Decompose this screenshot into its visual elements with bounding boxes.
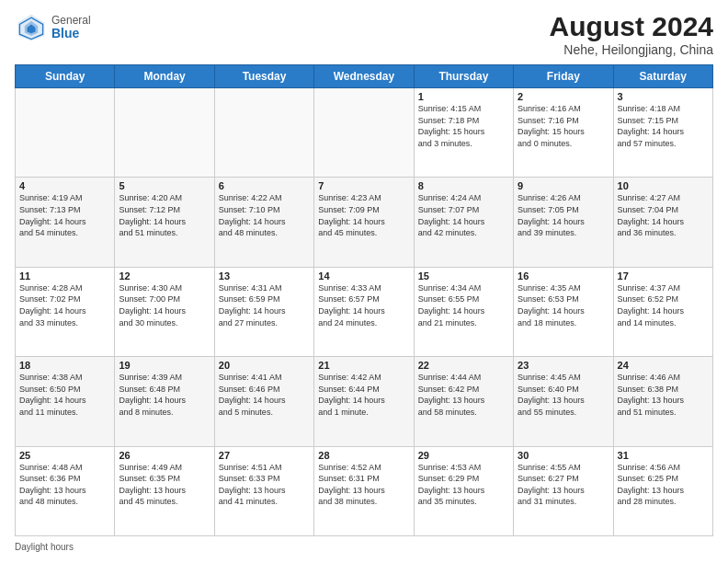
header: General Blue August 2024 Nehe, Heilongji… [15, 11, 713, 57]
calendar-week-row: 4Sunrise: 4:19 AM Sunset: 7:13 PM Daylig… [16, 178, 713, 267]
calendar-cell: 29Sunrise: 4:53 AM Sunset: 6:29 PM Dayli… [414, 446, 513, 535]
page: General Blue August 2024 Nehe, Heilongji… [0, 0, 728, 563]
day-number: 17 [618, 270, 709, 282]
day-number: 26 [119, 450, 210, 461]
calendar-cell: 4Sunrise: 4:19 AM Sunset: 7:13 PM Daylig… [16, 178, 115, 267]
calendar-cell: 26Sunrise: 4:49 AM Sunset: 6:35 PM Dayli… [115, 446, 214, 535]
day-header: Monday [115, 65, 214, 88]
day-number: 14 [318, 270, 409, 282]
calendar-header-row: SundayMondayTuesdayWednesdayThursdayFrid… [16, 65, 713, 88]
day-number: 27 [219, 450, 310, 461]
logo: General Blue [15, 11, 91, 44]
day-info: Sunrise: 4:55 AM Sunset: 6:27 PM Dayligh… [518, 462, 609, 508]
footer: Daylight hours [15, 542, 713, 552]
day-info: Sunrise: 4:19 AM Sunset: 7:13 PM Dayligh… [19, 192, 110, 238]
calendar-cell [314, 88, 414, 178]
calendar-cell: 12Sunrise: 4:30 AM Sunset: 7:00 PM Dayli… [115, 267, 214, 356]
logo-icon [15, 11, 48, 44]
day-number: 13 [219, 270, 310, 282]
day-info: Sunrise: 4:23 AM Sunset: 7:09 PM Dayligh… [318, 192, 409, 238]
day-info: Sunrise: 4:39 AM Sunset: 6:48 PM Dayligh… [119, 372, 210, 418]
calendar-cell: 11Sunrise: 4:28 AM Sunset: 7:02 PM Dayli… [16, 267, 115, 356]
calendar-cell [16, 88, 115, 178]
day-info: Sunrise: 4:53 AM Sunset: 6:29 PM Dayligh… [418, 462, 509, 508]
calendar-cell: 13Sunrise: 4:31 AM Sunset: 6:59 PM Dayli… [214, 267, 313, 356]
footer-text: Daylight hours [15, 542, 74, 552]
calendar-cell: 16Sunrise: 4:35 AM Sunset: 6:53 PM Dayli… [514, 267, 613, 356]
calendar-cell: 21Sunrise: 4:42 AM Sunset: 6:44 PM Dayli… [314, 357, 414, 446]
day-number: 9 [518, 180, 609, 191]
day-number: 29 [418, 450, 509, 461]
calendar-week-row: 25Sunrise: 4:48 AM Sunset: 6:36 PM Dayli… [16, 446, 713, 535]
day-info: Sunrise: 4:52 AM Sunset: 6:31 PM Dayligh… [318, 462, 409, 508]
calendar-cell: 1Sunrise: 4:15 AM Sunset: 7:18 PM Daylig… [414, 88, 513, 178]
day-number: 30 [518, 450, 609, 461]
day-info: Sunrise: 4:22 AM Sunset: 7:10 PM Dayligh… [219, 192, 310, 238]
day-number: 21 [318, 360, 409, 371]
day-info: Sunrise: 4:26 AM Sunset: 7:05 PM Dayligh… [518, 192, 609, 238]
calendar-table: SundayMondayTuesdayWednesdayThursdayFrid… [15, 64, 713, 536]
day-info: Sunrise: 4:27 AM Sunset: 7:04 PM Dayligh… [618, 192, 709, 238]
calendar-cell: 25Sunrise: 4:48 AM Sunset: 6:36 PM Dayli… [16, 446, 115, 535]
calendar-cell: 24Sunrise: 4:46 AM Sunset: 6:38 PM Dayli… [613, 357, 712, 446]
calendar-cell: 8Sunrise: 4:24 AM Sunset: 7:07 PM Daylig… [414, 178, 513, 267]
calendar-cell: 20Sunrise: 4:41 AM Sunset: 6:46 PM Dayli… [214, 357, 313, 446]
calendar-cell: 28Sunrise: 4:52 AM Sunset: 6:31 PM Dayli… [314, 446, 414, 535]
calendar-cell [214, 88, 313, 178]
day-info: Sunrise: 4:41 AM Sunset: 6:46 PM Dayligh… [219, 372, 310, 418]
day-number: 20 [219, 360, 310, 371]
calendar-cell: 17Sunrise: 4:37 AM Sunset: 6:52 PM Dayli… [613, 267, 712, 356]
day-number: 28 [318, 450, 409, 461]
day-number: 8 [418, 180, 509, 191]
calendar-cell: 27Sunrise: 4:51 AM Sunset: 6:33 PM Dayli… [214, 446, 313, 535]
calendar-title: August 2024 [550, 11, 713, 42]
logo-blue: Blue [51, 27, 91, 40]
day-info: Sunrise: 4:51 AM Sunset: 6:33 PM Dayligh… [219, 462, 310, 508]
day-number: 12 [119, 270, 210, 282]
calendar-week-row: 18Sunrise: 4:38 AM Sunset: 6:50 PM Dayli… [16, 357, 713, 446]
day-number: 15 [418, 270, 509, 282]
calendar-cell [115, 88, 214, 178]
day-header: Wednesday [314, 65, 414, 88]
day-number: 11 [19, 270, 110, 282]
day-info: Sunrise: 4:31 AM Sunset: 6:59 PM Dayligh… [219, 282, 310, 328]
day-info: Sunrise: 4:15 AM Sunset: 7:18 PM Dayligh… [418, 103, 509, 149]
day-number: 31 [618, 450, 709, 461]
calendar-subtitle: Nehe, Heilongjiang, China [550, 42, 713, 57]
calendar-week-row: 1Sunrise: 4:15 AM Sunset: 7:18 PM Daylig… [16, 88, 713, 178]
day-number: 4 [19, 180, 110, 191]
day-info: Sunrise: 4:33 AM Sunset: 6:57 PM Dayligh… [318, 282, 409, 328]
day-number: 24 [618, 360, 709, 371]
day-info: Sunrise: 4:30 AM Sunset: 7:00 PM Dayligh… [119, 282, 210, 328]
calendar-cell: 5Sunrise: 4:20 AM Sunset: 7:12 PM Daylig… [115, 178, 214, 267]
title-block: August 2024 Nehe, Heilongjiang, China [550, 11, 713, 57]
day-number: 2 [518, 91, 609, 102]
day-number: 10 [618, 180, 709, 191]
day-info: Sunrise: 4:16 AM Sunset: 7:16 PM Dayligh… [518, 103, 609, 149]
day-number: 16 [518, 270, 609, 282]
day-number: 22 [418, 360, 509, 371]
day-number: 23 [518, 360, 609, 371]
calendar-cell: 19Sunrise: 4:39 AM Sunset: 6:48 PM Dayli… [115, 357, 214, 446]
calendar-cell: 22Sunrise: 4:44 AM Sunset: 6:42 PM Dayli… [414, 357, 513, 446]
day-header: Tuesday [214, 65, 313, 88]
day-info: Sunrise: 4:37 AM Sunset: 6:52 PM Dayligh… [618, 282, 709, 328]
day-number: 25 [19, 450, 110, 461]
logo-general: General [51, 15, 91, 27]
day-info: Sunrise: 4:49 AM Sunset: 6:35 PM Dayligh… [119, 462, 210, 508]
day-number: 1 [418, 91, 509, 102]
day-info: Sunrise: 4:20 AM Sunset: 7:12 PM Dayligh… [119, 192, 210, 238]
calendar-cell: 31Sunrise: 4:56 AM Sunset: 6:25 PM Dayli… [613, 446, 712, 535]
calendar-week-row: 11Sunrise: 4:28 AM Sunset: 7:02 PM Dayli… [16, 267, 713, 356]
calendar-cell: 7Sunrise: 4:23 AM Sunset: 7:09 PM Daylig… [314, 178, 414, 267]
day-info: Sunrise: 4:44 AM Sunset: 6:42 PM Dayligh… [418, 372, 509, 418]
day-info: Sunrise: 4:28 AM Sunset: 7:02 PM Dayligh… [19, 282, 110, 328]
logo-text: General Blue [51, 15, 91, 41]
day-header: Thursday [414, 65, 513, 88]
day-header: Friday [514, 65, 613, 88]
day-number: 18 [19, 360, 110, 371]
day-info: Sunrise: 4:34 AM Sunset: 6:55 PM Dayligh… [418, 282, 509, 328]
calendar-cell: 6Sunrise: 4:22 AM Sunset: 7:10 PM Daylig… [214, 178, 313, 267]
calendar-cell: 10Sunrise: 4:27 AM Sunset: 7:04 PM Dayli… [613, 178, 712, 267]
day-info: Sunrise: 4:18 AM Sunset: 7:15 PM Dayligh… [618, 103, 709, 149]
